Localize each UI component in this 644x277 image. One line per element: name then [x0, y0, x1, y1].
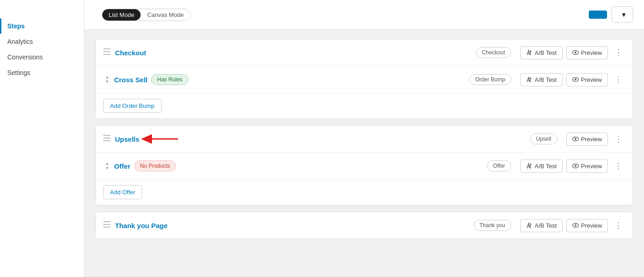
sub-type-label: Offer [487, 160, 511, 171]
chevron-down-icon: ▾ [622, 11, 625, 18]
step-card-upsells: Upsells Upsell Preview⋮▲▼OfferNo Product… [95, 125, 633, 205]
type-badge-label: Checkout [476, 47, 511, 58]
sidebar: StepsAnalyticsConversionsSettings [0, 0, 84, 277]
hamburger-icon [103, 135, 110, 143]
step-type-badge: Upsell [530, 133, 557, 144]
sub-preview-button[interactable]: Preview [566, 73, 608, 86]
sidebar-item-conversions[interactable]: Conversions [0, 49, 84, 65]
svg-point-15 [575, 165, 576, 167]
topbar: List ModeCanvas Mode ▾ [84, 0, 644, 30]
add-sub-button-upsells[interactable]: Add Offer [103, 185, 142, 199]
sort-arrows[interactable]: ▲▼ [105, 161, 110, 170]
topbar-left: List ModeCanvas Mode [95, 9, 191, 21]
sub-type-badge: Order Bump [469, 74, 511, 85]
preview-button[interactable]: Preview [566, 219, 608, 232]
svg-point-13 [575, 138, 576, 140]
svg-rect-18 [103, 227, 110, 228]
type-badge-label: Upsell [530, 133, 557, 144]
sub-tag-badge: No Products [134, 160, 176, 171]
step-label-upsells: Upsells [115, 135, 139, 143]
svg-point-6 [575, 79, 576, 80]
more-options-button[interactable]: ⋮ [612, 46, 625, 59]
svg-rect-7 [103, 135, 110, 136]
step-label-checkout: Checkout [115, 49, 146, 57]
more-options-button[interactable]: ⋮ [612, 218, 625, 232]
step-actions: Preview⋮ [566, 132, 625, 146]
sub-ab-test-button[interactable]: A/B Test [520, 160, 563, 173]
main-content: List ModeCanvas Mode ▾ CheckoutCheckout … [84, 0, 644, 277]
sub-type-label: Order Bump [469, 74, 511, 85]
actions-button[interactable]: ▾ [612, 6, 633, 23]
preview-button[interactable]: Preview [566, 46, 608, 59]
sub-row-offer: ▲▼OfferNo ProductsOffer A/B Test Preview… [96, 153, 633, 180]
red-arrow-annotation [138, 132, 179, 146]
sub-actions: A/B Test Preview⋮ [520, 159, 625, 173]
steps-content: CheckoutCheckout A/B Test Preview⋮▲▼Cros… [84, 30, 644, 248]
preview-button[interactable]: Preview [566, 133, 608, 146]
sub-label: Cross Sell [114, 76, 147, 84]
hamburger-icon [103, 48, 110, 57]
ab-test-button[interactable]: A/B Test [520, 219, 563, 232]
svg-rect-9 [103, 140, 110, 141]
add-new-step-button[interactable] [589, 11, 607, 19]
step-type-badge: Thank you [474, 220, 511, 231]
more-options-button[interactable]: ⋮ [612, 132, 625, 146]
step-name-thank-you-page[interactable]: Thank you Page [115, 222, 474, 229]
sub-name-offer[interactable]: OfferNo Products [114, 160, 487, 171]
step-card-checkout: CheckoutCheckout A/B Test Preview⋮▲▼Cros… [95, 39, 633, 119]
step-name-upsells[interactable]: Upsells [115, 135, 530, 143]
type-badge-label: Thank you [474, 220, 511, 231]
svg-rect-16 [103, 221, 110, 222]
svg-rect-0 [103, 48, 110, 49]
hamburger-icon [103, 221, 110, 229]
sub-more-options-button[interactable]: ⋮ [612, 73, 625, 86]
sub-type-badge: Offer [487, 160, 511, 171]
ab-test-button[interactable]: A/B Test [520, 46, 563, 59]
step-label-thank-you-page: Thank you Page [115, 222, 168, 229]
sub-tag-badge: Has Rules [151, 74, 188, 85]
app-title [0, 7, 84, 18]
svg-rect-2 [103, 54, 110, 55]
svg-point-4 [575, 52, 576, 53]
sub-label: Offer [114, 162, 131, 170]
sub-preview-button[interactable]: Preview [566, 160, 608, 173]
topbar-right: ▾ [589, 6, 633, 23]
mode-btn-list[interactable]: List Mode [102, 9, 141, 21]
sidebar-item-analytics[interactable]: Analytics [0, 34, 84, 49]
sub-row-cross-sell: ▲▼Cross SellHas RulesOrder Bump A/B Test… [96, 66, 633, 93]
add-sub-row: Add Offer [96, 180, 633, 205]
step-card-thank-you-page: Thank you PageThank you A/B Test Preview… [95, 212, 633, 239]
svg-rect-8 [103, 138, 110, 138]
sidebar-item-settings[interactable]: Settings [0, 65, 84, 80]
svg-rect-1 [103, 51, 110, 52]
svg-rect-17 [103, 224, 110, 225]
add-sub-button-checkout[interactable]: Add Order Bump [103, 99, 162, 113]
step-header-upsells: Upsells Upsell Preview⋮ [96, 126, 633, 153]
sub-ab-test-button[interactable]: A/B Test [520, 73, 563, 86]
svg-point-20 [575, 224, 576, 226]
mode-btn-canvas[interactable]: Canvas Mode [141, 9, 190, 21]
step-header-checkout: CheckoutCheckout A/B Test Preview⋮ [96, 39, 633, 66]
mode-toggle: List ModeCanvas Mode [102, 9, 191, 21]
sub-more-options-button[interactable]: ⋮ [612, 159, 625, 173]
step-actions: A/B Test Preview⋮ [520, 218, 625, 232]
sub-name-cross-sell[interactable]: Cross SellHas Rules [114, 74, 469, 85]
sidebar-item-steps[interactable]: Steps [0, 18, 84, 34]
step-header-thank-you-page: Thank you PageThank you A/B Test Preview… [96, 212, 633, 239]
add-sub-row: Add Order Bump [96, 93, 633, 118]
sub-actions: A/B Test Preview⋮ [520, 73, 625, 86]
sort-arrows[interactable]: ▲▼ [105, 75, 110, 84]
step-type-badge: Checkout [476, 47, 511, 58]
step-actions: A/B Test Preview⋮ [520, 46, 625, 59]
step-name-checkout[interactable]: Checkout [115, 49, 476, 57]
